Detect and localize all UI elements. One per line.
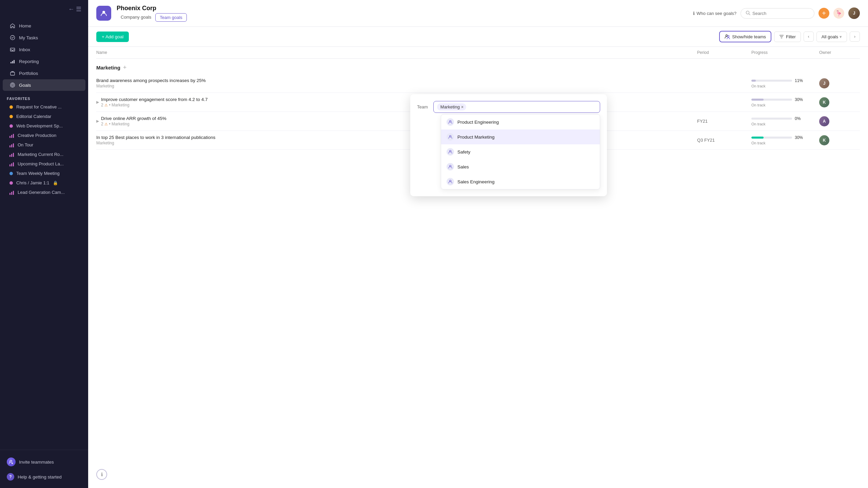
goal-owner: A <box>819 116 860 126</box>
filter-button[interactable]: Filter <box>774 32 801 42</box>
user-avatar[interactable]: J <box>848 7 860 19</box>
favorites-item-chris-jamie[interactable]: Chris / Jamie 1:1 🔒 <box>3 178 85 187</box>
progress-percent: 30% <box>795 97 803 102</box>
favorites-item-creative-production[interactable]: Creative Production <box>3 131 85 140</box>
col-period: Period <box>697 50 751 55</box>
info-button[interactable]: ℹ <box>96 469 107 480</box>
team-icon <box>447 148 454 156</box>
expand-icon[interactable]: ▶ <box>96 119 99 123</box>
sidebar-item-portfolios[interactable]: Portfolios <box>3 67 85 79</box>
goal-progress: 30% On track <box>751 135 819 145</box>
team-icon <box>447 133 454 141</box>
toolbar-right: Show/hide teams Filter ‹ All goals ▾ › <box>719 31 860 42</box>
tab-team-goals[interactable]: Team goals <box>155 13 186 22</box>
team-option-sales[interactable]: Sales <box>441 159 600 174</box>
col-owner: Owner <box>819 50 860 55</box>
marketing-label: Marketing <box>96 65 120 70</box>
goal-name-cell: Brand awareness among prospects increase… <box>96 78 697 88</box>
goal-name: Improve customer engagement score from 4… <box>101 97 208 102</box>
favorites-item-lead-generation[interactable]: Lead Generation Cam... <box>3 188 85 197</box>
team-option-label: Sales Engineering <box>457 179 495 184</box>
team-filter-label: Team <box>417 104 428 109</box>
remove-tag-button[interactable]: × <box>461 105 463 109</box>
bar-chart-icon <box>9 133 14 138</box>
table-area: Name Period Progress Owner Marketing + B… <box>88 47 868 488</box>
add-button[interactable]: + <box>818 8 829 19</box>
team-option-product-engineering[interactable]: Product Engineering <box>441 115 600 129</box>
sidebar-item-home[interactable]: Home <box>3 20 85 32</box>
nav-next-button[interactable]: › <box>850 32 860 42</box>
progress-status: On track <box>751 141 819 145</box>
progress-bar <box>751 99 792 101</box>
team-icon <box>447 118 454 126</box>
sidebar-item-portfolios-label: Portfolios <box>19 71 38 76</box>
help-button[interactable]: ? Help & getting started <box>0 470 88 484</box>
team-option-sales-engineering[interactable]: Sales Engineering <box>441 174 600 189</box>
goal-name-cell: ▶ Improve customer engagement score from… <box>96 97 697 107</box>
invite-icon <box>7 458 16 466</box>
chevron-down-icon: ▾ <box>840 34 842 39</box>
all-goals-button[interactable]: All goals ▾ <box>816 32 847 42</box>
goal-owner: K <box>819 135 860 145</box>
progress-fill <box>751 137 764 139</box>
svg-point-0 <box>11 36 15 40</box>
sidebar-item-reporting[interactable]: Reporting <box>3 56 85 67</box>
favorites-item-team-weekly[interactable]: Team Weekly Meeting <box>3 169 85 178</box>
team-search-input[interactable] <box>468 104 596 109</box>
favorites-item-request-creative[interactable]: Request for Creative ... <box>3 102 85 111</box>
team-icon <box>447 178 454 185</box>
goal-name-cell: In top 25 Best places to work in 3 inter… <box>96 135 697 145</box>
goal-name-wrap: ▶ Drive online ARR growth of 45% 2 ⚠ • M… <box>96 116 697 126</box>
reporting-icon <box>9 58 16 64</box>
svg-rect-2 <box>11 62 12 63</box>
svg-point-15 <box>726 35 728 37</box>
progress-percent: 30% <box>795 135 803 140</box>
sidebar-item-inbox[interactable]: Inbox <box>3 44 85 55</box>
favorites-item-label: Request for Creative ... <box>16 104 62 109</box>
team-input-area[interactable]: Marketing × <box>433 101 600 113</box>
check-circle-icon <box>9 35 16 41</box>
goal-name: Drive online ARR growth of 45% <box>101 116 166 121</box>
goal-meta: 2 ⚠ • Marketing <box>101 103 208 107</box>
tab-company-goals[interactable]: Company goals <box>117 13 155 22</box>
owner-avatar: J <box>819 78 829 88</box>
search-icon <box>746 11 750 16</box>
favorites-item-web-dev[interactable]: Web Development Sp... <box>3 121 85 130</box>
progress-status: On track <box>751 122 819 126</box>
svg-point-16 <box>728 36 729 37</box>
show-hide-teams-button[interactable]: Show/hide teams <box>719 31 771 42</box>
portfolios-icon <box>9 70 16 76</box>
add-goal-button[interactable]: + Add goal <box>96 32 129 42</box>
search-box[interactable] <box>741 8 814 19</box>
sidebar: ← ☰ Home My Tasks Inbox Reporting <box>0 0 88 488</box>
nav-prev-button[interactable]: ‹ <box>804 32 814 42</box>
toolbar: + Add goal Show/hide teams Filter ‹ All … <box>88 27 868 47</box>
notification-icon[interactable]: 🦩 <box>833 8 844 19</box>
favorites-item-on-tour[interactable]: On Tour <box>3 140 85 149</box>
table-row: Brand awareness among prospects increase… <box>96 74 860 93</box>
team-option-safety[interactable]: Safety <box>441 144 600 159</box>
who-can-see-button[interactable]: ℹ Who can see goals? <box>693 11 736 16</box>
add-marketing-goal-icon[interactable]: + <box>123 64 127 71</box>
header: Phoenix Corp Company goals Team goals ℹ … <box>88 0 868 27</box>
goal-progress: 30% On track <box>751 97 819 107</box>
sidebar-item-goals-label: Goals <box>19 83 31 88</box>
header-right: ℹ Who can see goals? + 🦩 J <box>693 7 860 19</box>
progress-status: On track <box>751 103 819 107</box>
favorites-item-label: Team Weekly Meeting <box>16 171 60 176</box>
team-filter-popup: Team Marketing × Product Engineering <box>410 94 607 196</box>
team-option-product-marketing[interactable]: Product Marketing <box>441 129 600 144</box>
favorites-item-marketing-current[interactable]: Marketing Current Ro... <box>3 150 85 159</box>
sidebar-toggle[interactable]: ← ☰ <box>0 0 88 18</box>
favorites-item-upcoming-product[interactable]: Upcoming Product La... <box>3 159 85 168</box>
search-input[interactable] <box>752 11 809 16</box>
team-option-label: Product Marketing <box>457 135 495 140</box>
invite-teammates-button[interactable]: Invite teammates <box>0 454 88 470</box>
owner-avatar: A <box>819 116 829 126</box>
sidebar-item-my-tasks[interactable]: My Tasks <box>3 32 85 43</box>
expand-icon[interactable]: ▶ <box>96 100 99 104</box>
sidebar-item-goals[interactable]: Goals <box>3 79 85 91</box>
team-dropdown: Product Engineering Product Marketing Sa… <box>441 114 600 189</box>
favorites-item-editorial-calendar[interactable]: Editorial Calendar <box>3 112 85 121</box>
goal-owner: J <box>819 78 860 88</box>
